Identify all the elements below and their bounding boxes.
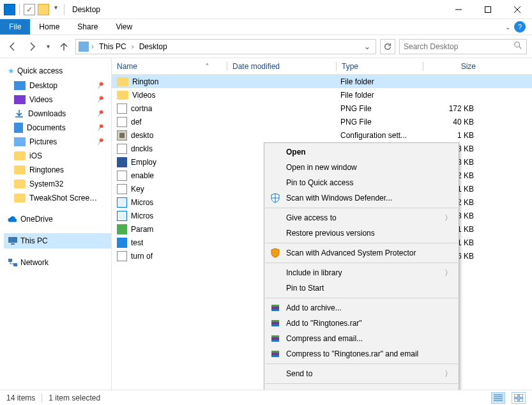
ctx-item[interactable]: Open: [264, 144, 459, 160]
search-box[interactable]: [399, 39, 527, 54]
ctx-item[interactable]: Restore previous versions: [264, 225, 459, 241]
ctx-item[interactable]: Open in new window: [264, 160, 459, 175]
sidebar-item[interactable]: Desktop📍: [4, 79, 111, 93]
quick-access-header[interactable]: ★ Quick access: [4, 63, 111, 79]
breadcrumb-root[interactable]: This PC: [96, 42, 129, 51]
sidebar-item-label: TweakShot Screen C: [29, 194, 100, 202]
sidebar-item[interactable]: System32: [4, 177, 111, 191]
pc-icon: [8, 236, 18, 246]
ctx-item[interactable]: Give access to〉: [264, 210, 459, 225]
close-button[interactable]: [503, 0, 532, 19]
ctx-item[interactable]: Compress to "Ringtones.rar" and email: [264, 346, 459, 362]
file-name-cell: dnckls: [112, 144, 227, 154]
view-details-button[interactable]: [491, 392, 505, 404]
refresh-button[interactable]: [380, 39, 395, 54]
address-history-icon[interactable]: ⌄: [361, 42, 373, 51]
up-button[interactable]: [56, 39, 72, 54]
file-icon: [117, 77, 128, 86]
ctx-label: Compress and email...: [286, 334, 363, 343]
ctx-item[interactable]: Add to "Ringtones.rar": [264, 316, 459, 331]
status-bar: 14 items 1 item selected: [0, 390, 532, 405]
sort-indicator-icon: ˄: [206, 63, 209, 70]
ribbon-expand-icon[interactable]: ⌄: [505, 24, 510, 31]
help-icon[interactable]: ?: [514, 21, 526, 33]
sidebar-item[interactable]: TweakShot Screen C: [4, 191, 111, 205]
network-label: Network: [20, 258, 49, 267]
asp-icon: [270, 247, 281, 259]
ctx-separator: [265, 383, 458, 384]
file-name: def: [131, 118, 142, 126]
file-row[interactable]: VideosFile folder: [112, 88, 532, 102]
maximize-button[interactable]: [473, 0, 503, 19]
ctx-item[interactable]: Add to archive...: [264, 300, 459, 316]
col-date[interactable]: Date modified: [227, 58, 336, 74]
svg-rect-3: [11, 243, 15, 245]
forward-button[interactable]: [24, 39, 40, 54]
file-name: deskto: [131, 131, 153, 140]
sidebar-item-label: Pictures: [29, 137, 57, 146]
file-row[interactable]: cortnaPNG File172 KB: [112, 102, 532, 115]
file-name: enable: [131, 171, 154, 180]
ctx-item[interactable]: Pin to Start: [264, 280, 459, 296]
sidebar-item-label: Desktop: [29, 81, 57, 90]
qat-newfolder-icon[interactable]: [38, 4, 49, 15]
desktop-icon: [14, 81, 26, 90]
svg-rect-11: [271, 325, 279, 326]
file-row[interactable]: RingtonFile folder: [112, 75, 532, 88]
location-icon: [79, 42, 89, 52]
tab-home[interactable]: Home: [30, 19, 68, 34]
ctx-item[interactable]: Compress and email...: [264, 331, 459, 346]
recent-dropdown-icon[interactable]: ▾: [43, 39, 52, 54]
tab-view[interactable]: View: [107, 19, 141, 34]
window-controls: [444, 0, 532, 19]
col-name[interactable]: Name ˄: [112, 58, 227, 74]
col-size[interactable]: Size: [423, 58, 481, 74]
search-icon[interactable]: [513, 41, 522, 52]
file-row[interactable]: desktoConfiguration sett...1 KB: [112, 128, 532, 142]
tab-file[interactable]: File: [0, 19, 30, 34]
sidebar-item[interactable]: Videos📍: [4, 93, 111, 107]
col-type[interactable]: Type: [337, 58, 423, 74]
search-input[interactable]: [404, 42, 513, 51]
ctx-item[interactable]: Include in library〉: [264, 265, 459, 280]
file-name-cell: def: [112, 117, 227, 127]
file-icon: [117, 251, 127, 261]
sidebar-item[interactable]: Pictures📍: [4, 135, 111, 149]
file-icon: [117, 103, 127, 114]
svg-rect-16: [271, 351, 279, 353]
onedrive-item[interactable]: OneDrive: [4, 211, 111, 227]
qat: ✓ ▾: [0, 4, 70, 15]
sidebar-item[interactable]: Ringtones: [4, 163, 111, 177]
qat-more-icon[interactable]: ▾: [52, 4, 60, 15]
breadcrumb-sep: ›: [132, 42, 134, 51]
cloud-icon: [8, 214, 18, 224]
rar-icon: [270, 302, 281, 314]
file-name-cell: Employ: [112, 157, 227, 167]
ctx-item[interactable]: Pin to Quick access: [264, 175, 459, 190]
submenu-arrow-icon: 〉: [445, 268, 452, 279]
back-button[interactable]: [5, 39, 20, 54]
ctx-item[interactable]: Send to〉: [264, 366, 459, 381]
sidebar-item[interactable]: iOS: [4, 149, 111, 163]
network-item[interactable]: Network: [4, 255, 111, 270]
file-name: Employ: [131, 158, 156, 167]
sidebar-item[interactable]: Downloads📍: [4, 107, 111, 121]
view-large-button[interactable]: [512, 392, 526, 404]
this-pc-item[interactable]: This PC: [4, 233, 111, 248]
ctx-separator: [265, 298, 458, 298]
pin-icon: 📍: [95, 122, 107, 134]
ctx-item[interactable]: Scan with Advanced System Protector: [264, 245, 459, 261]
minimize-button[interactable]: [444, 0, 473, 19]
tab-share[interactable]: Share: [68, 19, 107, 34]
file-size: 172 KB: [422, 104, 479, 113]
sidebar-item[interactable]: Documents📍: [4, 121, 111, 135]
pin-icon: 📍: [95, 94, 107, 106]
breadcrumb-current[interactable]: Desktop: [137, 42, 170, 51]
ctx-item[interactable]: Scan with Windows Defender...: [264, 190, 459, 206]
qat-properties-icon[interactable]: ✓: [24, 4, 35, 15]
rar-icon: [270, 317, 281, 329]
address-bar[interactable]: › This PC › Desktop ⌄: [75, 39, 376, 54]
file-row[interactable]: defPNG File40 KB: [112, 115, 532, 128]
status-count: 14 items: [6, 394, 35, 402]
file-name: Rington: [132, 77, 158, 86]
